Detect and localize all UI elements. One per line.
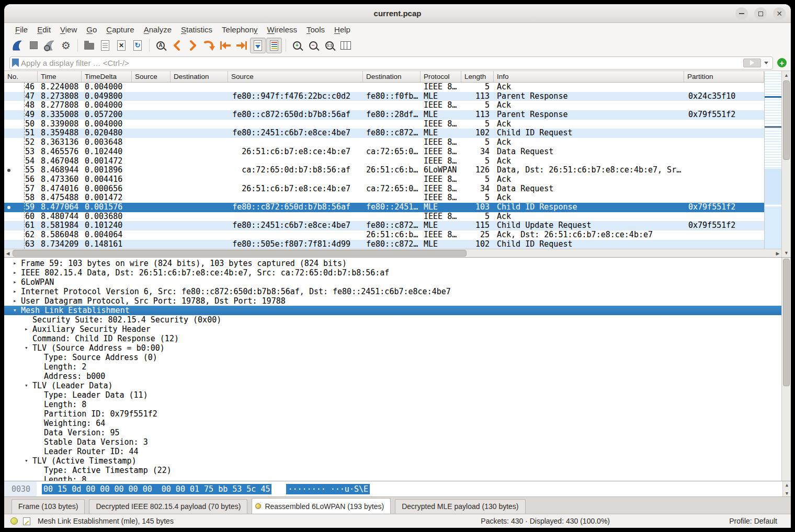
tree-row[interactable]: Type: Active Timestamp (22) bbox=[4, 466, 791, 475]
go-to-packet-icon[interactable] bbox=[201, 38, 217, 53]
menu-capture[interactable]: Capture bbox=[101, 24, 139, 35]
scroll-up-arrow-icon[interactable]: ▲ bbox=[782, 71, 791, 79]
menu-analyze[interactable]: Analyze bbox=[139, 24, 176, 35]
column-header-destination-2[interactable]: Destination bbox=[363, 71, 421, 83]
table-row[interactable]: 468.2240080.004000IEEE 8…5Ack bbox=[4, 83, 764, 92]
start-capture-icon[interactable] bbox=[9, 38, 25, 53]
tree-row[interactable]: Weighting: 64 bbox=[4, 419, 791, 428]
zoom-original-icon[interactable]: 1:1 bbox=[322, 38, 337, 53]
packet-list-vscrollbar[interactable]: ▲ ▼ bbox=[781, 71, 791, 257]
table-row[interactable]: 478.2738080.049800fe80::947f:f476:22bc:c… bbox=[4, 92, 764, 101]
tree-row[interactable]: ▸Internet Protocol Version 6, Src: fe80:… bbox=[4, 287, 791, 296]
table-row[interactable]: 508.3390080.004000IEEE 8…5Ack bbox=[4, 120, 764, 129]
tree-row[interactable]: Stable Data Version: 3 bbox=[4, 437, 791, 447]
chevron-right-icon[interactable]: ▸ bbox=[13, 277, 17, 287]
scroll-down-arrow-icon[interactable]: ▼ bbox=[782, 249, 791, 257]
scrollbar-thumb[interactable] bbox=[13, 250, 467, 257]
colorize-icon[interactable] bbox=[266, 38, 282, 53]
table-row[interactable]: 498.3350080.057200fe80::c872:650d:b7b8:5… bbox=[4, 110, 764, 120]
tree-row[interactable]: Leader Router ID: 44 bbox=[4, 447, 791, 456]
column-header-info[interactable]: Info bbox=[494, 71, 684, 83]
chevron-down-icon[interactable]: ▾ bbox=[25, 456, 28, 466]
tree-row[interactable]: ▸Auxiliary Security Header bbox=[4, 325, 791, 334]
filter-dropdown-icon[interactable] bbox=[764, 62, 768, 64]
filter-bookmark-icon[interactable] bbox=[12, 59, 19, 67]
tree-row[interactable]: Address: b000 bbox=[4, 372, 791, 381]
tree-row[interactable]: ▸User Datagram Protocol, Src Port: 19788… bbox=[4, 296, 791, 306]
display-filter-field[interactable] bbox=[9, 56, 773, 70]
open-file-icon[interactable] bbox=[81, 38, 97, 53]
first-packet-icon[interactable] bbox=[218, 38, 233, 53]
byte-view-tab[interactable]: Reassembled 6LoWPAN (193 bytes) bbox=[252, 498, 391, 514]
capture-comment-icon[interactable] bbox=[23, 517, 30, 525]
resize-columns-icon[interactable] bbox=[338, 38, 354, 53]
table-row[interactable]: 518.3594880.020480fe80::2451:c6b7:e8ce:4… bbox=[4, 129, 764, 138]
column-header-source-2[interactable]: Source bbox=[228, 71, 363, 83]
tree-row[interactable]: Type: Source Address (0) bbox=[4, 353, 791, 362]
table-row[interactable]: 618.5819840.101240fe80::2451:c6b7:e8ce:4… bbox=[4, 221, 764, 230]
column-header-partition[interactable]: Partition bbox=[684, 71, 764, 83]
tree-row[interactable]: ▸Frame 59: 103 bytes on wire (824 bits),… bbox=[4, 259, 791, 268]
chevron-right-icon[interactable]: ▸ bbox=[25, 325, 28, 334]
byte-view-tab[interactable]: Frame (103 bytes) bbox=[12, 499, 85, 514]
menu-tools[interactable]: Tools bbox=[302, 24, 330, 35]
table-row[interactable]: 598.4770640.001576fe80::c872:650d:b7b8:5… bbox=[4, 203, 764, 212]
chevron-down-icon[interactable]: ▾ bbox=[25, 343, 28, 353]
hex-bytes-selected[interactable]: 00 15 0d 00 00 00 00 00 00 00 01 75 bb 5… bbox=[42, 484, 271, 494]
column-header-source[interactable]: Source bbox=[132, 71, 171, 83]
column-header-destination[interactable]: Destination bbox=[171, 71, 228, 83]
tree-row[interactable]: Data Version: 95 bbox=[4, 428, 791, 437]
column-header-timedelta[interactable]: TimeDelta bbox=[82, 71, 132, 83]
scroll-up-arrow-icon[interactable]: ▲ bbox=[783, 481, 791, 488]
last-packet-icon[interactable] bbox=[234, 38, 249, 53]
tree-row[interactable]: Partition ID: 0x79f551f2 bbox=[4, 409, 791, 419]
zoom-out-icon[interactable]: − bbox=[305, 38, 321, 53]
menu-help[interactable]: Help bbox=[330, 24, 355, 35]
details-vscrollbar[interactable] bbox=[781, 258, 791, 481]
chevron-right-icon[interactable]: ▸ bbox=[13, 259, 17, 268]
profile-text[interactable]: Profile: Default bbox=[610, 517, 777, 525]
apply-filter-button[interactable] bbox=[743, 59, 761, 67]
expert-info-icon[interactable] bbox=[10, 517, 18, 525]
table-row[interactable]: 628.5860480.00406426:51:c6:b…IEEE 8…25Ac… bbox=[4, 230, 764, 240]
table-row[interactable]: 588.4754880.001472IEEE 8…5Ack bbox=[4, 193, 764, 203]
menu-telephony[interactable]: Telephony bbox=[217, 24, 262, 35]
tree-row[interactable]: ▾TLV (Active Timestamp) bbox=[4, 456, 791, 466]
chevron-down-icon[interactable]: ▾ bbox=[25, 381, 28, 390]
scroll-right-arrow-icon[interactable]: ▶ bbox=[774, 249, 781, 257]
table-row[interactable]: 638.7342090.148161fe80::505e:f807:7f81:4… bbox=[4, 240, 764, 249]
minimize-button[interactable] bbox=[735, 7, 748, 20]
scrollbar-thumb[interactable] bbox=[783, 259, 790, 386]
add-filter-button[interactable]: + bbox=[777, 58, 787, 67]
table-row[interactable]: 488.2778080.004000IEEE 8…5Ack bbox=[4, 101, 764, 110]
stop-capture-icon[interactable] bbox=[26, 38, 41, 53]
tree-row[interactable]: Security Suite: 802.15.4 Security (0x00) bbox=[4, 315, 791, 325]
table-row[interactable]: 548.4670480.001472IEEE 8…5Ack bbox=[4, 157, 764, 166]
tree-row[interactable]: Length: 8 bbox=[4, 400, 791, 409]
reload-file-icon[interactable]: ↻ bbox=[130, 38, 145, 53]
byte-view-tab[interactable]: Decrypted IEEE 802.15.4 payload (70 byte… bbox=[89, 499, 247, 514]
hex-ascii-selected[interactable]: ········ ···u·S\E bbox=[286, 484, 370, 494]
menu-wireless[interactable]: Wireless bbox=[263, 24, 302, 35]
chevron-right-icon[interactable]: ▸ bbox=[13, 296, 17, 306]
table-row[interactable]: 558.4689440.001896ca:72:65:0d:b7:b8:56:a… bbox=[4, 166, 764, 175]
go-forward-icon[interactable] bbox=[185, 38, 201, 53]
packet-list-hscrollbar[interactable]: ◀ ▶ bbox=[4, 249, 781, 257]
scroll-left-arrow-icon[interactable]: ◀ bbox=[4, 249, 12, 257]
table-row[interactable]: 568.4733600.004416IEEE 8…5Ack bbox=[4, 175, 764, 184]
display-filter-input[interactable] bbox=[21, 59, 743, 67]
save-file-icon[interactable] bbox=[97, 38, 113, 53]
tree-row[interactable]: ▾TLV (Leader Data) bbox=[4, 381, 791, 390]
close-button[interactable]: ✕ bbox=[773, 7, 786, 20]
table-row[interactable]: 528.3631360.003648IEEE 8…5Ack bbox=[4, 138, 764, 147]
column-header-no[interactable]: No. bbox=[4, 71, 38, 83]
column-header-protocol[interactable]: Protocol bbox=[421, 71, 461, 83]
chevron-right-icon[interactable]: ▸ bbox=[13, 287, 17, 296]
tree-row[interactable]: ▾TLV (Source Address = b0:00) bbox=[4, 343, 791, 353]
capture-options-icon[interactable]: ⚙ bbox=[58, 38, 74, 53]
maximize-button[interactable] bbox=[754, 7, 767, 20]
find-packet-icon[interactable]: A bbox=[153, 38, 168, 53]
scrollbar-thumb[interactable] bbox=[783, 80, 790, 160]
chevron-right-icon[interactable]: ▸ bbox=[13, 268, 17, 277]
auto-scroll-icon[interactable] bbox=[250, 38, 266, 53]
